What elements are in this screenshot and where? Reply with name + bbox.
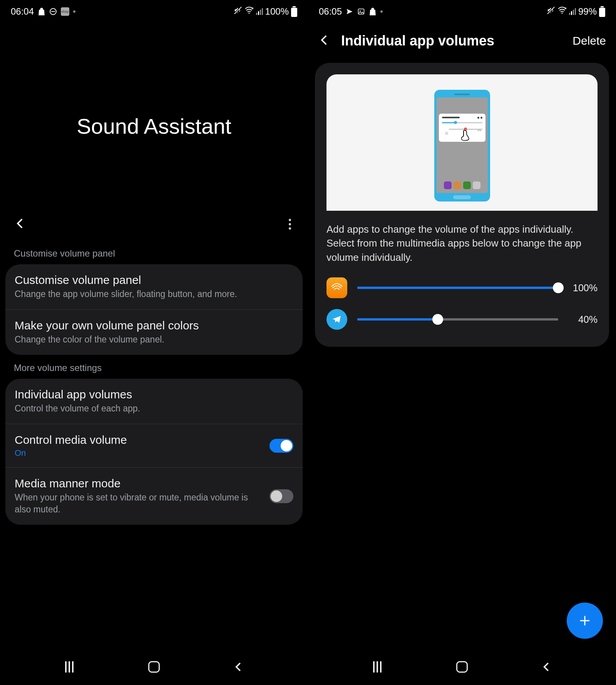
add-app-fab[interactable]: [567, 603, 603, 639]
back-button[interactable]: [14, 217, 27, 232]
slider-telegram[interactable]: [357, 318, 558, 321]
page-title: Individual app volumes: [341, 33, 562, 49]
shopping-bag-icon: [369, 7, 377, 16]
svg-point-7: [360, 10, 361, 11]
row-control-media-volume[interactable]: Control media volume On: [5, 424, 303, 468]
section-header-customise: Customise volume panel: [0, 240, 308, 264]
row-status: On: [15, 448, 262, 458]
more-notifications-dot: [73, 10, 75, 13]
row-media-manner-mode[interactable]: Media manner mode When your phone is set…: [5, 468, 303, 525]
app-row-audible: 100%: [315, 272, 609, 304]
delete-button[interactable]: Delete: [572, 34, 606, 47]
audible-icon: [326, 277, 347, 298]
left-screenshot: 06:04 ebay 5G 100% Soun: [0, 0, 308, 685]
signal-icon: [256, 8, 263, 15]
status-time: 06:04: [11, 6, 34, 17]
row-title: Control media volume: [15, 433, 262, 447]
more-options-button[interactable]: [286, 216, 294, 233]
signal-icon: [569, 8, 576, 15]
status-time: 06:05: [319, 6, 342, 17]
back-button[interactable]: [318, 34, 331, 48]
navigation-bar: [0, 648, 308, 685]
battery-percent: 100%: [265, 6, 289, 17]
wifi-icon: 5G: [557, 7, 567, 16]
nav-recents-button[interactable]: [366, 661, 389, 673]
svg-point-10: [561, 13, 562, 14]
main-card: Add apps to change the volume of the app…: [315, 63, 609, 347]
svg-rect-6: [358, 9, 364, 14]
ebay-icon: ebay: [61, 7, 69, 16]
dnd-icon: [49, 8, 57, 15]
status-bar: 06:04 ebay 5G 100%: [0, 0, 308, 21]
telegram-icon: [326, 309, 347, 330]
toggle-control-media-volume[interactable]: [270, 439, 293, 453]
card-customise: Customise volume panel Change the app vo…: [5, 264, 303, 355]
mute-icon: [547, 6, 555, 17]
mute-icon: [234, 6, 242, 17]
nav-home-button[interactable]: [142, 661, 166, 673]
page-header: Individual app volumes Delete: [308, 21, 616, 63]
battery-icon: [599, 6, 605, 17]
navigation-bar: [308, 648, 616, 685]
battery-icon: [291, 6, 297, 17]
percent-label: 40%: [568, 314, 598, 325]
wifi-icon: 5G: [244, 7, 254, 16]
svg-text:5G: 5G: [251, 7, 254, 10]
row-title: Media manner mode: [15, 477, 262, 490]
svg-point-4: [248, 13, 249, 14]
row-title: Individual app volumes: [15, 388, 293, 401]
send-icon: [346, 8, 353, 15]
nav-home-button[interactable]: [450, 661, 474, 673]
svg-text:5G: 5G: [564, 7, 567, 10]
image-icon: [357, 8, 365, 15]
row-customise-volume-panel[interactable]: Customise volume panel Change the app vo…: [5, 264, 303, 310]
row-title: Make your own volume panel colors: [15, 319, 293, 332]
battery-percent: 99%: [578, 6, 597, 17]
row-desc: Control the volume of each app.: [15, 403, 293, 415]
row-individual-app-volumes[interactable]: Individual app volumes Control the volum…: [5, 379, 303, 424]
row-volume-panel-colors[interactable]: Make your own volume panel colors Change…: [5, 310, 303, 355]
row-desc: When your phone is set to vibrate or mut…: [15, 492, 262, 515]
row-desc: Change the app volume slider, floating b…: [15, 288, 293, 300]
toggle-media-manner-mode[interactable]: [270, 489, 293, 503]
shopping-bag-icon: [38, 7, 45, 16]
illustration: [326, 74, 598, 211]
section-header-more: More volume settings: [0, 355, 308, 379]
percent-label: 100%: [568, 282, 598, 294]
nav-recents-button[interactable]: [58, 661, 81, 673]
row-title: Customise volume panel: [15, 274, 293, 287]
status-bar: 06:05 5G 99%: [308, 0, 616, 21]
app-row-telegram: 40%: [315, 304, 609, 335]
row-desc: Change the color of the volume panel.: [15, 334, 293, 346]
nav-back-button[interactable]: [227, 661, 250, 673]
description: Add apps to change the volume of the app…: [315, 211, 609, 272]
more-notifications-dot: [380, 10, 383, 13]
slider-audible[interactable]: [357, 287, 558, 289]
card-more-settings: Individual app volumes Control the volum…: [5, 379, 303, 525]
page-title: Sound Assistant: [0, 21, 308, 216]
nav-back-button[interactable]: [535, 661, 558, 673]
right-screenshot: 06:05 5G 99%: [308, 0, 616, 685]
